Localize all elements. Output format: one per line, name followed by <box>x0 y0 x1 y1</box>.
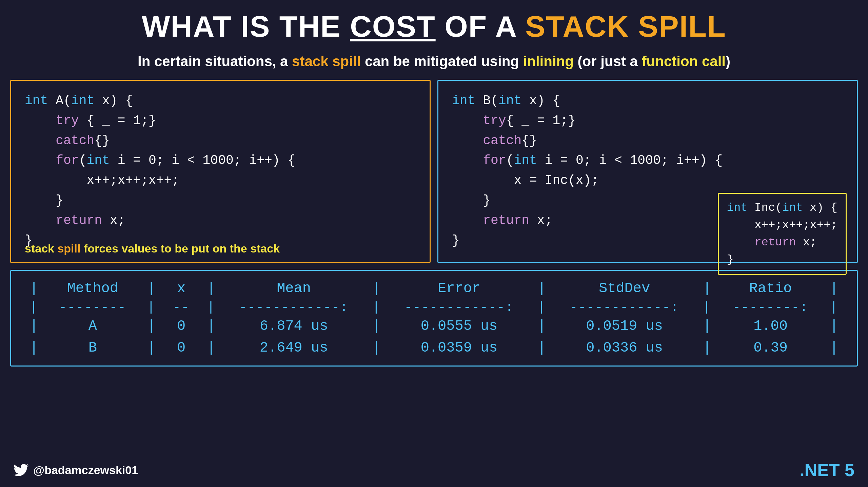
sep-stddev: ------------: <box>554 299 694 315</box>
code-panel-right: int B(int x) { try{ _ = 1;} catch{} for(… <box>437 80 858 263</box>
subtitle-stack-spill: stack spill <box>292 53 361 69</box>
pipe: | <box>199 299 224 315</box>
table-row-a: | A | 0 | 6.874 us | 0.0555 us | 0.0519 … <box>21 315 847 337</box>
pipe: | <box>21 337 46 359</box>
stack-note: stack spill forces values to be put on t… <box>25 242 280 255</box>
code-panel-left: int A(int x) { try { _ = 1;} catch{} for… <box>10 80 431 263</box>
pipe: | <box>529 278 554 299</box>
sep-error: ------------: <box>389 299 529 315</box>
col-x: x <box>164 278 198 299</box>
pipe: | <box>199 337 224 359</box>
twitter-handle: @badamczewski01 <box>33 464 138 477</box>
benchmark-container: | Method | x | Mean | Error | StdDev | R… <box>10 270 858 367</box>
pipe: | <box>694 278 719 299</box>
pipe: | <box>364 337 389 359</box>
pipe: | <box>199 278 224 299</box>
row-b-ratio: 0.39 <box>720 337 822 359</box>
table-header-row: | Method | x | Mean | Error | StdDev | R… <box>21 278 847 299</box>
subtitle-middle: can be mitigated using <box>361 53 523 69</box>
pipe: | <box>529 299 554 315</box>
subtitle-middle2: (or just a <box>574 53 642 69</box>
col-method: Method <box>46 278 139 299</box>
pipe: | <box>21 315 46 337</box>
pipe: | <box>139 299 164 315</box>
pipe: | <box>694 337 719 359</box>
footer-dotnet: .NET 5 <box>800 460 854 480</box>
code-left: int A(int x) { try { _ = 1;} catch{} for… <box>25 91 416 251</box>
row-a-method: A <box>46 315 139 337</box>
page-title: What is the COST of a STACK SPILL <box>0 0 868 50</box>
title-part1: What is the <box>142 10 350 43</box>
subtitle-suffix: ) <box>726 53 730 69</box>
subtitle-prefix: In certain situations, a <box>138 53 292 69</box>
title-stack-spill: STACK SPILL <box>525 10 726 43</box>
row-a-stddev: 0.0519 us <box>554 315 694 337</box>
pipe: | <box>822 299 847 315</box>
pipe: | <box>139 337 164 359</box>
row-b-mean: 2.649 us <box>224 337 364 359</box>
subtitle: In certain situations, a stack spill can… <box>0 50 868 80</box>
pipe: | <box>364 299 389 315</box>
pipe: | <box>822 337 847 359</box>
pipe: | <box>139 278 164 299</box>
twitter-icon <box>14 463 28 477</box>
row-b-x: 0 <box>164 337 198 359</box>
row-b-method: B <box>46 337 139 359</box>
table-separator-row: | -------- | -- | ------------: | ------… <box>21 299 847 315</box>
row-a-error: 0.0555 us <box>389 315 529 337</box>
pipe: | <box>822 315 847 337</box>
sep-method: -------- <box>46 299 139 315</box>
row-a-ratio: 1.00 <box>720 315 822 337</box>
col-error: Error <box>389 278 529 299</box>
footer-twitter: @badamczewski01 <box>14 463 138 477</box>
code-panels: int A(int x) { try { _ = 1;} catch{} for… <box>0 80 868 263</box>
table-row-b: | B | 0 | 2.649 us | 0.0359 us | 0.0336 … <box>21 337 847 359</box>
pipe: | <box>21 278 46 299</box>
sep-mean: ------------: <box>224 299 364 315</box>
row-b-error: 0.0359 us <box>389 337 529 359</box>
pipe: | <box>364 278 389 299</box>
pipe: | <box>364 315 389 337</box>
subtitle-inlining: inlining <box>523 53 574 69</box>
pipe: | <box>694 299 719 315</box>
pipe: | <box>529 337 554 359</box>
title-part2: of a <box>436 10 526 43</box>
pipe: | <box>694 315 719 337</box>
stack-note-rest: forces values to be put on the stack <box>80 242 280 255</box>
pipe: | <box>529 315 554 337</box>
footer: @badamczewski01 .NET 5 <box>0 460 868 480</box>
pipe: | <box>21 299 46 315</box>
inline-code-box: int Inc(int x) { x++;x++;x++; return x; … <box>718 193 847 275</box>
stack-note-stack: stack <box>25 242 57 255</box>
row-a-x: 0 <box>164 315 198 337</box>
col-ratio: Ratio <box>720 278 822 299</box>
pipe: | <box>139 315 164 337</box>
stack-note-spill: spill <box>57 242 80 255</box>
pipe: | <box>199 315 224 337</box>
row-b-stddev: 0.0336 us <box>554 337 694 359</box>
subtitle-func-call: function call <box>642 53 726 69</box>
pipe: | <box>822 278 847 299</box>
sep-ratio: --------: <box>720 299 822 315</box>
col-mean: Mean <box>224 278 364 299</box>
sep-x: -- <box>164 299 198 315</box>
row-a-mean: 6.874 us <box>224 315 364 337</box>
title-cost: COST <box>350 10 435 43</box>
col-stddev: StdDev <box>554 278 694 299</box>
inline-code: int Inc(int x) { x++;x++;x++; return x; … <box>727 199 838 268</box>
benchmark-table: | Method | x | Mean | Error | StdDev | R… <box>21 278 847 359</box>
